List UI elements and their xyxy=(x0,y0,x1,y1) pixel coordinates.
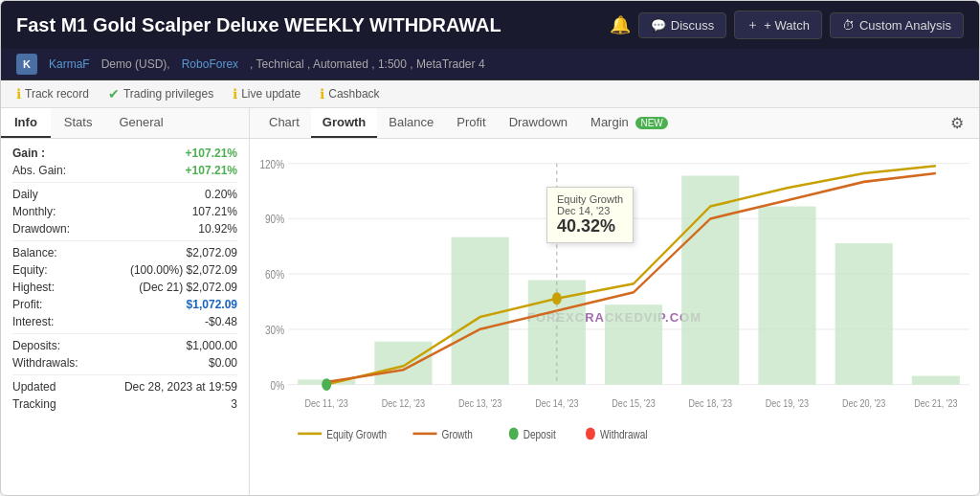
svg-text:Deposit: Deposit xyxy=(523,428,557,440)
chart-tab-drawdown[interactable]: Drawdown xyxy=(498,108,579,138)
account-type: Demo (USD), xyxy=(101,57,170,71)
svg-text:Dec 14, '23: Dec 14, '23 xyxy=(535,397,579,409)
chart-tab-chart[interactable]: Chart xyxy=(257,108,311,138)
tracking-row: Tracking 3 xyxy=(12,397,237,411)
new-badge: NEW xyxy=(635,117,667,129)
cashback-icon: ℹ xyxy=(320,86,324,101)
user-link[interactable]: KarmaF xyxy=(49,57,90,71)
tooltip-value: 40.32% xyxy=(557,216,623,237)
balance-row: Balance: $2,072.09 xyxy=(12,246,237,259)
tooltip-title: Equity Growth xyxy=(557,193,623,205)
chart-tabs: Chart Growth Balance Profit Drawdown Mar… xyxy=(250,108,979,139)
tab-info[interactable]: Info xyxy=(1,108,51,138)
svg-text:Dec 13, '23: Dec 13, '23 xyxy=(458,397,502,409)
header: Fast M1 Gold Scalper Deluxe WEEKLY WITHD… xyxy=(1,1,979,49)
svg-text:120%: 120% xyxy=(259,158,284,170)
page-title: Fast M1 Gold Scalper Deluxe WEEKLY WITHD… xyxy=(16,14,501,36)
track-record-badge[interactable]: ℹ Track record xyxy=(16,86,89,101)
profit-value: $1,072.09 xyxy=(187,298,237,311)
equity-label: Equity: xyxy=(12,263,48,277)
gain-label: Gain : xyxy=(12,147,45,160)
live-update-label: Live update xyxy=(241,87,301,101)
trading-privileges-badge[interactable]: ✔ Trading privileges xyxy=(108,86,213,101)
updated-value: Dec 28, 2023 at 19:59 xyxy=(124,380,237,394)
interest-label: Interest: xyxy=(12,315,54,328)
svg-text:Equity Growth: Equity Growth xyxy=(326,428,387,440)
live-update-badge[interactable]: ℹ Live update xyxy=(233,86,301,101)
chart-tab-profit[interactable]: Profit xyxy=(445,108,497,138)
avatar: K xyxy=(16,54,37,75)
svg-text:0%: 0% xyxy=(271,379,284,392)
main-content: Info Stats General Gain : +107.21% Abs. … xyxy=(1,108,979,495)
equity-row: Equity: (100.00%) $2,072.09 xyxy=(12,263,237,277)
equity-value: (100.00%) $2,072.09 xyxy=(130,263,237,277)
interest-value: -$0.48 xyxy=(205,315,237,328)
gain-value: +107.21% xyxy=(186,147,237,160)
tab-general[interactable]: General xyxy=(105,108,176,138)
discuss-button[interactable]: 💬 Discuss xyxy=(638,12,727,38)
header-actions: 🔔 💬 Discuss ＋ + Watch ⏱ Custom Analysis xyxy=(610,11,964,39)
main-container: Fast M1 Gold Scalper Deluxe WEEKLY WITHD… xyxy=(0,0,980,496)
withdrawals-row: Withdrawals: $0.00 xyxy=(12,356,237,370)
gain-row: Gain : +107.21% xyxy=(12,147,237,160)
balance-label: Balance: xyxy=(12,246,57,259)
svg-text:90%: 90% xyxy=(265,213,284,225)
badges-row: ℹ Track record ✔ Trading privileges ℹ Li… xyxy=(1,80,979,108)
svg-rect-17 xyxy=(835,243,893,385)
svg-rect-12 xyxy=(452,237,509,385)
clock-icon: ⏱ xyxy=(842,18,855,33)
trading-privileges-label: Trading privileges xyxy=(123,87,213,101)
svg-text:Dec 21, '23: Dec 21, '23 xyxy=(914,397,958,409)
highest-note: (Dec 21) xyxy=(139,281,183,294)
svg-text:Dec 12, '23: Dec 12, '23 xyxy=(382,397,426,409)
withdrawals-label: Withdrawals: xyxy=(12,356,78,370)
daily-value: 0.20% xyxy=(205,188,237,201)
monthly-label: Monthly: xyxy=(12,205,56,218)
svg-text:Dec 20, '23: Dec 20, '23 xyxy=(842,397,886,409)
account-info: , Technical , Automated , 1:500 , MetaTr… xyxy=(250,57,484,71)
chart-tab-growth[interactable]: Growth xyxy=(311,108,378,138)
watch-icon: ＋ xyxy=(746,16,759,34)
info-icon: ℹ xyxy=(233,86,237,101)
svg-rect-11 xyxy=(374,342,432,385)
svg-text:30%: 30% xyxy=(265,324,284,336)
withdrawals-value: $0.00 xyxy=(209,356,237,370)
updated-row: Updated Dec 28, 2023 at 19:59 xyxy=(12,380,237,394)
svg-text:Dec 19, '23: Dec 19, '23 xyxy=(766,397,810,409)
drawdown-value: 10.92% xyxy=(198,222,237,236)
daily-row: Daily 0.20% xyxy=(12,188,237,201)
left-panel: Info Stats General Gain : +107.21% Abs. … xyxy=(1,108,250,495)
discuss-icon: 💬 xyxy=(651,18,666,33)
cashback-badge[interactable]: ℹ Cashback xyxy=(320,86,379,101)
profit-row: Profit: $1,072.09 xyxy=(12,298,237,311)
tooltip-date: Dec 14, '23 xyxy=(557,205,623,216)
highest-label: Highest: xyxy=(12,281,55,294)
svg-text:Dec 15, '23: Dec 15, '23 xyxy=(612,397,656,409)
drawdown-row: Drawdown: 10.92% xyxy=(12,222,237,236)
svg-text:Growth: Growth xyxy=(442,428,473,440)
tab-stats[interactable]: Stats xyxy=(51,108,106,138)
tracking-value: 3 xyxy=(231,397,237,411)
track-record-label: Track record xyxy=(25,87,89,101)
sub-header: K KarmaF Demo (USD), RoboForex , Technic… xyxy=(1,49,979,80)
svg-point-37 xyxy=(586,427,595,440)
balance-value: $2,072.09 xyxy=(187,246,237,259)
warn-icon: ℹ xyxy=(16,86,21,101)
bell-button[interactable]: 🔔 xyxy=(610,14,631,35)
broker-link[interactable]: RoboForex xyxy=(182,57,238,71)
tracking-label: Tracking xyxy=(12,397,56,411)
svg-text:60%: 60% xyxy=(265,268,284,281)
abs-gain-label: Abs. Gain: xyxy=(12,164,66,177)
svg-text:Dec 18, '23: Dec 18, '23 xyxy=(689,397,733,409)
svg-text:Dec 11, '23: Dec 11, '23 xyxy=(305,397,349,409)
highest-value: (Dec 21) $2,072.09 xyxy=(139,281,237,294)
watch-button[interactable]: ＋ + Watch xyxy=(734,11,822,39)
svg-point-21 xyxy=(552,292,562,304)
svg-point-19 xyxy=(322,378,331,391)
cashback-label: Cashback xyxy=(328,87,379,101)
custom-analysis-button[interactable]: ⏱ Custom Analysis xyxy=(830,12,964,38)
settings-icon[interactable]: ⚙ xyxy=(943,110,971,136)
deposits-row: Deposits: $1,000.00 xyxy=(12,339,237,352)
chart-tab-margin[interactable]: Margin NEW xyxy=(579,108,679,138)
chart-tab-balance[interactable]: Balance xyxy=(377,108,445,138)
